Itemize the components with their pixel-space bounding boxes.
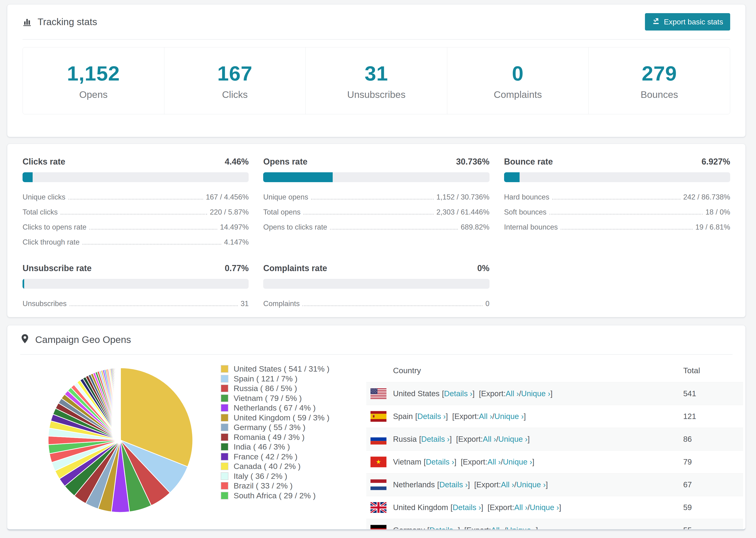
details-link[interactable]: Details › <box>439 480 468 489</box>
country-cell: Germany[Details ›] [Export: All › / Uniq… <box>366 525 683 530</box>
stat-box-bounces: 279Bounces <box>588 47 730 114</box>
legend-swatch <box>221 443 229 451</box>
detail-label: Unique opens <box>263 193 308 201</box>
detail-value: 18 / 0% <box>706 208 730 216</box>
export-basic-stats-button[interactable]: Export basic stats <box>645 13 730 30</box>
export-button-label: Export basic stats <box>664 18 723 26</box>
dotted-leader <box>68 199 203 199</box>
stat-detail-row: Unique opens1,152 / 30.736% <box>263 190 489 205</box>
pie-chart-svg <box>45 364 196 516</box>
dotted-leader <box>303 214 434 215</box>
stat-detail-row: Click through rate4.147% <box>23 235 249 250</box>
progress-bar <box>263 172 489 182</box>
legend-swatch <box>221 482 229 490</box>
es-flag-icon <box>370 411 387 422</box>
stat-box-clicks: 167Clicks <box>164 47 306 114</box>
detail-value: 220 / 5.87% <box>210 208 249 216</box>
legend-label: United Kingdom ( 59 / 3% ) <box>234 413 329 422</box>
detail-value: 242 / 86.738% <box>683 193 730 201</box>
details-link[interactable]: Details › <box>453 503 481 512</box>
export-all-link[interactable]: All › <box>514 503 527 512</box>
bar-chart-icon <box>23 17 32 27</box>
rate-title: Opens rate <box>263 157 307 167</box>
details-link[interactable]: Details › <box>444 389 472 398</box>
export-unique-link[interactable]: Unique › <box>521 389 551 398</box>
dotted-leader <box>549 214 703 215</box>
pie-legend: United States ( 541 / 31% )Spain ( 121 /… <box>221 364 331 501</box>
stat-detail-row: Hard bounces242 / 86.738% <box>504 190 730 205</box>
stat-detail-row: Unsubscribes31 <box>23 296 249 311</box>
detail-value: 31 <box>241 299 249 308</box>
country-name: Vietnam <box>393 457 421 466</box>
legend-swatch <box>221 472 229 480</box>
stat-detail-row: Soft bounces18 / 0% <box>504 205 730 220</box>
country-total: 59 <box>683 496 743 519</box>
country-total: 121 <box>683 405 743 428</box>
detail-label: Clicks to opens rate <box>23 223 86 232</box>
export-unique-link[interactable]: Unique › <box>495 412 524 421</box>
legend-label: South Africa ( 29 / 2% ) <box>234 491 316 500</box>
stat-detail-row: Unique clicks167 / 4.456% <box>23 190 249 205</box>
export-all-link[interactable]: All › <box>506 389 519 398</box>
detail-label: Total clicks <box>23 208 58 216</box>
table-row: United Kingdom[Details ›] [Export: All ›… <box>366 496 743 519</box>
legend-label: United States ( 541 / 31% ) <box>234 364 329 373</box>
legend-item-united-states: United States ( 541 / 31% ) <box>221 364 331 374</box>
stat-label: Clicks <box>222 89 248 100</box>
detail-label: Hard bounces <box>504 193 549 201</box>
legend-swatch <box>221 385 229 392</box>
progress-bar-fill <box>263 172 333 182</box>
vn-flag-icon <box>370 457 387 467</box>
details-link[interactable]: Details › <box>429 526 458 530</box>
details-link[interactable]: Details › <box>421 435 450 444</box>
rate-value: 30.736% <box>456 157 490 167</box>
export-unique-link[interactable]: Unique › <box>516 480 546 489</box>
export-all-link[interactable]: All › <box>479 412 492 421</box>
details-link[interactable]: Details › <box>417 412 446 421</box>
rate-title: Clicks rate <box>23 157 65 167</box>
legend-swatch <box>221 375 229 383</box>
export-unique-link[interactable]: Unique › <box>503 457 532 466</box>
stat-label: Bounces <box>640 89 678 100</box>
country-total: 86 <box>683 428 743 451</box>
details-link[interactable]: Details › <box>426 457 454 466</box>
detail-label: Total opens <box>263 208 300 216</box>
legend-item-canada: Canada ( 40 / 2% ) <box>221 461 331 471</box>
stat-detail-row: Total opens2,303 / 61.446% <box>263 205 489 220</box>
country-total: 67 <box>683 473 743 496</box>
legend-item-italy: Italy ( 36 / 2% ) <box>221 471 331 481</box>
rate-title: Bounce rate <box>504 157 553 167</box>
detail-label: Opens to clicks rate <box>263 223 327 232</box>
detail-value: 14.497% <box>220 223 249 232</box>
export-all-link[interactable]: All › <box>491 526 504 530</box>
legend-label: Russia ( 86 / 5% ) <box>234 384 297 393</box>
rate-panel-bounce-rate: Bounce rate6.927%Hard bounces242 / 86.73… <box>504 157 730 250</box>
country-name: Netherlands <box>393 480 435 489</box>
detail-label: Click through rate <box>23 238 80 246</box>
legend-label: Brazil ( 33 / 2% ) <box>234 481 293 490</box>
country-name: United Kingdom <box>393 503 448 512</box>
rate-title: Unsubscribe rate <box>23 263 91 273</box>
legend-item-netherlands: Netherlands ( 67 / 4% ) <box>221 403 331 413</box>
stat-box-complaints: 0Complaints <box>447 47 589 114</box>
export-all-link[interactable]: All › <box>487 457 501 466</box>
table-row: Netherlands[Details ›] [Export: All › / … <box>366 473 743 496</box>
detail-label: Unsubscribes <box>23 299 67 308</box>
legend-swatch <box>221 404 229 412</box>
export-all-link[interactable]: All › <box>501 480 514 489</box>
export-unique-link[interactable]: Unique › <box>530 503 559 512</box>
campaign-geo-opens-header: Campaign Geo Opens <box>20 325 732 355</box>
table-row: United States[Details ›] [Export: All › … <box>366 382 743 405</box>
legend-swatch <box>221 423 229 431</box>
export-unique-link[interactable]: Unique › <box>498 435 527 444</box>
geo-pie-chart <box>45 364 196 517</box>
rate-value: 4.46% <box>225 157 249 167</box>
table-row: Germany[Details ›] [Export: All › / Uniq… <box>366 519 743 530</box>
campaign-geo-opens-card: Campaign Geo Opens United States ( 541 /… <box>7 325 746 530</box>
dotted-leader <box>561 229 693 230</box>
total-column-header: Total <box>683 358 743 382</box>
legend-label: Vietnam ( 79 / 5% ) <box>234 394 302 403</box>
detail-value: 689.82% <box>460 223 489 232</box>
export-all-link[interactable]: All › <box>483 435 496 444</box>
export-unique-link[interactable]: Unique › <box>507 526 536 530</box>
